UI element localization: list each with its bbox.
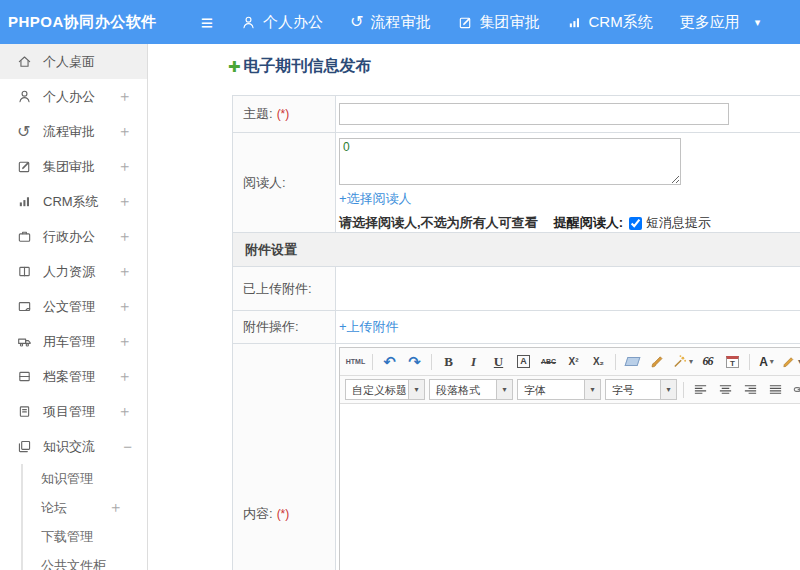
sidebar-item-group-approval[interactable]: 集团审批＋ [0, 149, 147, 184]
superscript-button[interactable]: X² [562, 350, 585, 373]
dropdown-caret-icon[interactable]: ▾ [660, 380, 676, 399]
expand-icon[interactable]: ＋ [117, 157, 132, 176]
sidebar-item-document-mgmt[interactable]: 公文管理＋ [0, 289, 147, 324]
sidebar-item-human-resources[interactable]: 人力资源＋ [0, 254, 147, 289]
align-right-button[interactable] [739, 378, 762, 401]
app-title: PHPOA协同办公软件 [8, 13, 157, 32]
page-title: ✚ 电子期刊信息发布 [228, 56, 372, 77]
page-title-text: 电子期刊信息发布 [244, 56, 372, 77]
expand-icon[interactable]: ＋ [117, 87, 132, 106]
sidebar-item-label: 档案管理 [43, 368, 95, 386]
sidebar-item-admin-office[interactable]: 行政办公＋ [0, 219, 147, 254]
editor-toolbar-row2: 自定义标题▾段落格式▾字体▾字号▾ [340, 376, 800, 404]
expand-icon[interactable]: ＋ [117, 122, 132, 141]
expand-icon[interactable]: ＋ [117, 227, 132, 246]
html-source-button[interactable]: HTML [344, 350, 367, 373]
select-readers-link[interactable]: +选择阅读人 [339, 190, 412, 208]
attachment-action-label: 附件操作: [233, 311, 336, 343]
dropdown-caret-icon[interactable]: ▾ [584, 380, 600, 399]
dropdown-caret-icon[interactable]: ▾ [770, 357, 774, 366]
link-button[interactable] [789, 378, 800, 401]
briefcase-icon [17, 229, 34, 244]
nav-label: 个人办公 [263, 13, 323, 32]
nav-personal-office[interactable]: 个人办公 [241, 13, 323, 32]
bold-button[interactable]: B [437, 350, 460, 373]
more-apps-caret-icon[interactable]: ▾ [755, 16, 761, 29]
format-brush-button[interactable] [646, 350, 669, 373]
subscript-button[interactable]: X₂ [587, 350, 610, 373]
upload-attachment-link[interactable]: +上传附件 [339, 318, 399, 336]
subject-input[interactable] [339, 103, 729, 125]
sidebar-item-archive-mgmt[interactable]: 档案管理＋ [0, 359, 147, 394]
sidebar-subitem-forum[interactable]: 论坛＋ [23, 493, 147, 522]
align-justify-button[interactable] [764, 378, 787, 401]
rich-text-editor: HTML↶↷BIUAABCX²X₂▾66TA▾▾123▾ 自定义标题▾段落格式▾… [339, 347, 800, 570]
nav-group-approval[interactable]: 集团审批 [458, 13, 540, 32]
collapse-icon[interactable]: − [123, 438, 132, 455]
insert-table-button[interactable]: T [721, 350, 744, 373]
auto-typeset-button[interactable]: ▾ [671, 350, 694, 373]
undo-button[interactable]: ↶ [378, 350, 401, 373]
sidebar-item-project-mgmt[interactable]: 项目管理＋ [0, 394, 147, 429]
nav-more-apps[interactable]: 更多应用 [680, 13, 740, 32]
custom-title-select[interactable]: 自定义标题▾ [345, 379, 425, 400]
readers-hint: 请选择阅读人,不选为所有人可查看 [339, 214, 538, 232]
font-box-button[interactable]: A [512, 350, 535, 373]
sidebar-item-knowledge-exchange[interactable]: 知识交流− [0, 429, 147, 464]
sidebar-item-label: 个人办公 [43, 88, 95, 106]
dropdown-caret-icon[interactable]: ▾ [496, 380, 512, 399]
select-value: 字号 [606, 380, 660, 399]
font-family-select[interactable]: 字体▾ [517, 379, 601, 400]
sidebar-item-workflow-approval[interactable]: ↺流程审批＋ [0, 114, 147, 149]
add-icon: ✚ [228, 58, 241, 76]
user-icon [17, 89, 34, 104]
expand-icon[interactable]: ＋ [117, 332, 132, 351]
required-mark: (*) [277, 107, 290, 121]
dropdown-caret-icon[interactable]: ▾ [689, 357, 693, 366]
sidebar-item-label: 行政办公 [43, 228, 95, 246]
sms-notify-checkbox[interactable] [629, 217, 642, 230]
nav-label: 更多应用 [680, 13, 740, 32]
sidebar-item-crm-system[interactable]: CRM系统＋ [0, 184, 147, 219]
highlight-color-button[interactable]: ▾ [780, 350, 800, 373]
expand-icon[interactable]: ＋ [117, 262, 132, 281]
nav-crm-system[interactable]: CRM系统 [567, 13, 653, 32]
uploaded-attachments-label: 已上传附件: [233, 267, 336, 310]
expand-icon[interactable]: ＋ [117, 402, 132, 421]
font-size-select[interactable]: 字号▾ [605, 379, 677, 400]
book-icon [17, 264, 34, 279]
select-value: 字体 [518, 380, 584, 399]
expand-icon[interactable]: ＋ [117, 192, 132, 211]
hamburger-menu-icon[interactable]: ≡ [201, 12, 213, 33]
strikethrough-button[interactable]: ABC [537, 350, 560, 373]
subject-label: 主题: (*) [233, 96, 336, 132]
sidebar-subitem-knowledge-mgmt[interactable]: 知识管理 [23, 464, 147, 493]
uploaded-attachments-value [336, 267, 800, 310]
expand-icon[interactable]: ＋ [117, 297, 132, 316]
nav-workflow-approval[interactable]: ↺流程审批 [350, 13, 430, 32]
readers-textarea[interactable]: 0 [339, 138, 681, 185]
toolbar-separator [749, 354, 750, 370]
sidebar-item-vehicle-mgmt[interactable]: 用车管理＋ [0, 324, 147, 359]
required-mark: (*) [277, 507, 290, 521]
expand-icon[interactable]: ＋ [108, 498, 123, 517]
sidebar-subitem-download-mgmt[interactable]: 下载管理 [23, 522, 147, 551]
underline-button[interactable]: U [487, 350, 510, 373]
eraser-button[interactable] [621, 350, 644, 373]
redo-button[interactable]: ↷ [403, 350, 426, 373]
sidebar-item-personal-desktop[interactable]: 个人桌面 [0, 44, 147, 79]
align-center-button[interactable] [714, 378, 737, 401]
paragraph-format-select[interactable]: 段落格式▾ [429, 379, 513, 400]
sidebar-submenu-knowledge-exchange: 知识管理论坛＋下载管理公共文件柜 [21, 464, 147, 570]
dropdown-caret-icon[interactable]: ▾ [408, 380, 424, 399]
blockquote-button[interactable]: 66 [696, 350, 719, 373]
align-left-button[interactable] [689, 378, 712, 401]
font-color-button[interactable]: A▾ [755, 350, 778, 373]
editor-content-area[interactable] [340, 404, 800, 570]
expand-icon[interactable]: ＋ [117, 367, 132, 386]
chart-icon [17, 194, 34, 209]
sidebar-item-personal-office[interactable]: 个人办公＋ [0, 79, 147, 114]
toolbar-separator [615, 354, 616, 370]
sidebar-subitem-public-file-cabinet[interactable]: 公共文件柜 [23, 551, 147, 570]
italic-button[interactable]: I [462, 350, 485, 373]
